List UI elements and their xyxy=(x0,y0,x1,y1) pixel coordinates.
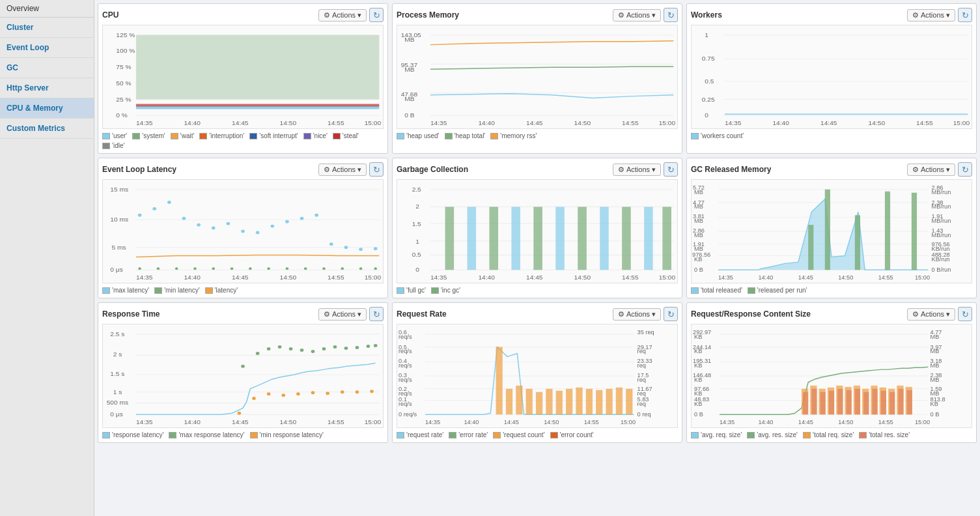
cpu-actions-button[interactable]: ⚙ Actions ▾ xyxy=(318,9,367,22)
svg-point-185 xyxy=(241,365,245,368)
svg-text:0.75: 0.75 xyxy=(702,55,715,62)
request-response-content-size-header: Request/Response Content Size ⚙ Actions … xyxy=(691,307,972,321)
request-rate-title: Request Rate xyxy=(397,309,447,319)
svg-rect-259 xyxy=(626,389,632,415)
svg-text:14:35: 14:35 xyxy=(425,419,440,425)
garbage-collection-actions-button[interactable]: ⚙ Actions ▾ xyxy=(613,164,661,176)
svg-rect-121 xyxy=(662,207,671,270)
request-response-content-size-actions-button[interactable]: ⚙ Actions ▾ xyxy=(907,308,955,321)
legend-color-heap-total xyxy=(445,133,453,139)
legend-inc-gc: 'inc gc' xyxy=(431,287,460,294)
svg-text:14:35: 14:35 xyxy=(430,274,447,281)
sidebar-item-cluster[interactable]: Cluster xyxy=(0,18,94,38)
svg-point-70 xyxy=(256,231,260,235)
garbage-collection-refresh-button[interactable]: ↻ xyxy=(664,162,678,177)
svg-text:MB: MB xyxy=(931,349,940,355)
svg-rect-118 xyxy=(600,207,609,270)
svg-text:2.5: 2.5 xyxy=(412,186,421,192)
svg-text:15:00: 15:00 xyxy=(915,419,930,425)
sidebar-item-gc[interactable]: GC xyxy=(0,58,94,78)
svg-text:0 B: 0 B xyxy=(694,266,703,273)
svg-point-190 xyxy=(300,349,304,352)
workers-refresh-button[interactable]: ↻ xyxy=(958,8,972,22)
legend-color-steal xyxy=(333,133,341,139)
svg-text:75 %: 75 % xyxy=(116,64,132,70)
svg-point-92 xyxy=(374,267,377,270)
svg-rect-324 xyxy=(907,390,912,415)
svg-text:10 ms: 10 ms xyxy=(110,216,128,223)
svg-point-202 xyxy=(296,392,300,395)
gear-icon: ⚙ xyxy=(324,165,330,174)
gc-released-memory-legend: 'total released' 'released per run' xyxy=(691,287,972,294)
request-response-content-size-refresh-button[interactable]: ↻ xyxy=(958,307,972,321)
svg-rect-111 xyxy=(445,207,455,270)
response-time-panel: Response Time ⚙ Actions ▾ ↻ 2.5 s 2 s 1.… xyxy=(98,302,388,443)
sidebar-item-cpu-memory[interactable]: CPU & Memory xyxy=(0,98,94,119)
svg-text:0 %: 0 % xyxy=(116,112,128,119)
svg-text:14:40: 14:40 xyxy=(184,419,200,425)
svg-text:req/s: req/s xyxy=(399,334,412,340)
legend-color-latency xyxy=(205,287,213,294)
request-rate-refresh-button[interactable]: ↻ xyxy=(664,307,678,321)
response-time-refresh-button[interactable]: ↻ xyxy=(369,307,384,321)
svg-point-78 xyxy=(374,247,378,250)
svg-text:14:40: 14:40 xyxy=(772,120,789,126)
response-time-actions-button[interactable]: ⚙ Actions ▾ xyxy=(318,308,367,321)
svg-rect-313 xyxy=(811,389,817,415)
svg-text:2: 2 xyxy=(415,203,419,210)
sidebar-item-http-server[interactable]: Http Server xyxy=(0,78,94,98)
svg-text:14:45: 14:45 xyxy=(820,120,837,126)
legend-wait: 'wait' xyxy=(171,132,195,139)
legend-heap-used: 'heap used' xyxy=(397,132,440,139)
svg-text:14:45: 14:45 xyxy=(232,419,248,425)
event-loop-latency-refresh-button[interactable]: ↻ xyxy=(369,162,384,177)
svg-text:14:45: 14:45 xyxy=(798,419,813,425)
gc-released-memory-actions-button[interactable]: ⚙ Actions ▾ xyxy=(907,164,955,176)
cpu-chart-area: 125 % 100 % 75 % 50 % 25 % 0 % xyxy=(102,25,384,129)
event-loop-latency-actions-button[interactable]: ⚙ Actions ▾ xyxy=(318,164,367,176)
legend-label-error-count: 'error count' xyxy=(560,431,594,438)
svg-text:14:55: 14:55 xyxy=(878,419,893,425)
chevron-down-icon: ▾ xyxy=(357,165,361,174)
svg-text:14:35: 14:35 xyxy=(725,120,741,126)
svg-rect-323 xyxy=(898,389,903,415)
svg-text:0.5: 0.5 xyxy=(412,251,421,258)
svg-text:req: req xyxy=(637,349,646,355)
legend-color-user xyxy=(102,133,110,139)
legend-total-released: 'total released' xyxy=(691,287,742,294)
sidebar-item-event-loop[interactable]: Event Loop xyxy=(0,38,94,58)
request-rate-actions-button[interactable]: ⚙ Actions ▾ xyxy=(613,308,661,321)
request-rate-panel: Request Rate ⚙ Actions ▾ ↻ 0.6 req/s 0.5 xyxy=(392,302,682,443)
legend-label-memory-rss: 'memory rss' xyxy=(500,132,537,139)
legend-error-rate: 'error rate' xyxy=(449,431,488,438)
legend-label-heap-total: 'heap total' xyxy=(455,132,486,139)
svg-text:KB: KB xyxy=(694,362,702,369)
cpu-refresh-button[interactable]: ↻ xyxy=(369,8,384,22)
legend-label-steal: 'steal' xyxy=(343,132,359,139)
svg-text:125 %: 125 % xyxy=(116,31,135,38)
request-response-content-size-controls: ⚙ Actions ▾ ↻ xyxy=(907,307,972,321)
sidebar-item-custom-metrics[interactable]: Custom Metrics xyxy=(0,119,94,139)
workers-actions-button[interactable]: ⚙ Actions ▾ xyxy=(907,9,955,22)
process-memory-title: Process Memory xyxy=(397,10,459,20)
svg-text:0 μs: 0 μs xyxy=(110,411,123,418)
svg-text:KB: KB xyxy=(694,334,702,340)
legend-label-error-rate: 'error rate' xyxy=(458,431,488,438)
gc-released-memory-refresh-button[interactable]: ↻ xyxy=(958,162,972,177)
process-memory-actions-button[interactable]: ⚙ Actions ▾ xyxy=(613,9,661,22)
svg-text:MB: MB xyxy=(694,218,703,224)
garbage-collection-panel: Garbage Collection ⚙ Actions ▾ ↻ 2.5 2 1… xyxy=(392,158,682,298)
legend-nice: 'nice' xyxy=(303,132,328,139)
svg-text:req/s: req/s xyxy=(399,362,412,369)
process-memory-refresh-button[interactable]: ↻ xyxy=(664,8,678,22)
svg-text:14:40: 14:40 xyxy=(758,419,773,425)
svg-point-67 xyxy=(212,227,216,230)
svg-point-198 xyxy=(238,412,242,415)
legend-avg-res-size: 'avg. res. size' xyxy=(747,431,798,438)
svg-text:14:50: 14:50 xyxy=(280,274,296,281)
svg-point-63 xyxy=(152,207,156,210)
svg-rect-114 xyxy=(511,207,520,270)
svg-point-186 xyxy=(256,352,260,355)
svg-rect-316 xyxy=(837,389,843,415)
legend-color-wait xyxy=(171,133,178,139)
